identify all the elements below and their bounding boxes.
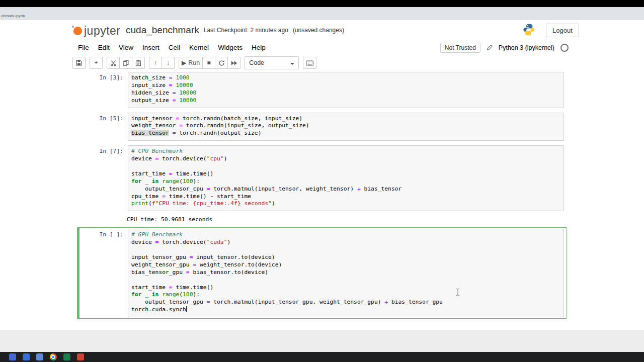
taskbar-app-1-icon[interactable] — [9, 353, 16, 360]
code-line: # GPU Benchmark — [131, 231, 561, 239]
code-line: bias_tensor_gpu = bias_tensor.to(device) — [131, 269, 561, 277]
code-line: output_size = 10000 — [131, 97, 561, 105]
menubar-right: Not Trusted Python 3 (ipykernel) — [440, 40, 569, 55]
taskbar-app-3-icon[interactable] — [36, 353, 43, 360]
scissors-icon — [110, 60, 117, 66]
code-line: for _ in range(100): — [131, 178, 561, 186]
fast-forward-icon — [231, 60, 237, 66]
code-line: # CPU Benchmark — [131, 148, 561, 155]
taskbar — [0, 352, 644, 362]
browser-tab-strip: chmark.ipynb — [0, 7, 644, 21]
code-line: batch_size = 1000 — [131, 74, 561, 82]
trust-status-button[interactable]: Not Trusted — [440, 43, 480, 53]
code-line — [131, 163, 561, 170]
code-line: weight_tensor_gpu = weight_tensor.to(dev… — [131, 261, 561, 269]
taskbar-app-6-icon[interactable] — [77, 353, 84, 360]
pencil-icon[interactable] — [487, 45, 493, 51]
input-prompt: In [ ]: — [80, 229, 128, 317]
insert-cell-button[interactable]: + — [90, 57, 103, 69]
code-line: print(f"CPU time: {cpu_time:.4f} seconds… — [131, 200, 561, 208]
move-cell-down-button[interactable]: ↓ — [162, 57, 175, 69]
browser-tab-title: chmark.ipynb — [1, 14, 25, 18]
run-button[interactable]: ▶Run — [179, 57, 203, 69]
menu-view[interactable]: View — [114, 44, 138, 51]
menu-bar: FileEditViewInsertCellKernelWidgetsHelp … — [0, 40, 644, 55]
cell-input-row: In [ ]:# GPU Benchmarkdevice = torch.dev… — [80, 229, 564, 317]
code-line: weight_tensor = torch.randn(input_size, … — [131, 122, 561, 130]
copy-icon — [123, 60, 129, 66]
plus-icon: + — [94, 60, 98, 66]
notebook-title[interactable]: cuda_benchmark — [126, 25, 199, 36]
notebook-area: In [3]:batch_size = 1000input_size = 100… — [0, 70, 644, 330]
output-text: CPU time: 50.9681 seconds — [123, 214, 212, 224]
menu-help[interactable]: Help — [247, 44, 270, 51]
unsaved-changes-indicator: (unsaved changes) — [293, 27, 344, 34]
checkpoint-status: Last Checkpoint: 2 minutes ago — [204, 27, 288, 34]
code-editor[interactable]: # GPU Benchmarkdevice = torch.device("cu… — [128, 229, 564, 317]
code-editor[interactable]: batch_size = 1000input_size = 10000hidde… — [128, 72, 564, 108]
output-prompt — [80, 214, 123, 224]
taskbar-chrome-browser-icon[interactable] — [50, 353, 57, 360]
menu-insert[interactable]: Insert — [138, 44, 164, 51]
code-line: input_tensor_gpu = input_tensor.to(devic… — [131, 254, 561, 261]
interrupt-kernel-button[interactable]: ■ — [202, 57, 215, 69]
taskbar-app-2-icon[interactable] — [23, 353, 30, 360]
menu-kernel[interactable]: Kernel — [185, 44, 213, 51]
code-line: cpu_time = time.time() - start_time — [131, 193, 561, 201]
toolbar-button-group: ↑↓ — [149, 57, 175, 69]
code-line: input_tensor = torch.randn(batch_size, i… — [131, 115, 561, 123]
toolbar-button-group: ▶Run■ — [179, 57, 240, 69]
code-cell[interactable]: In [3]:batch_size = 1000input_size = 100… — [77, 70, 567, 110]
code-line: input_size = 10000 — [131, 82, 561, 89]
toolbar-button-group — [72, 57, 86, 69]
menu-widgets[interactable]: Widgets — [213, 44, 247, 51]
code-line: torch.cuda.synch — [131, 306, 561, 314]
code-editor[interactable]: input_tensor = torch.randn(batch_size, i… — [128, 113, 564, 141]
mouse-text-cursor — [455, 288, 460, 296]
paste-cells-button[interactable] — [132, 57, 145, 69]
code-line — [131, 246, 561, 254]
restart-kernel-button[interactable] — [215, 57, 228, 69]
code-cell[interactable]: In [7]:# CPU Benchmarkdevice = torch.dev… — [77, 144, 567, 226]
text-caret — [186, 306, 187, 312]
toolbar-button-group: + — [90, 57, 103, 69]
keyboard-icon — [306, 60, 313, 66]
code-cell[interactable]: In [5]:input_tensor = torch.randn(batch_… — [77, 111, 567, 143]
menu-cell[interactable]: Cell — [164, 44, 185, 51]
copy-cells-button[interactable] — [119, 57, 132, 69]
code-line: output_tensor_cpu = torch.matmul(input_t… — [131, 186, 561, 193]
cell-input-row: In [5]:input_tensor = torch.randn(batch_… — [80, 113, 564, 141]
taskbar-app-5-icon[interactable] — [63, 353, 70, 360]
kernel-idle-icon — [560, 44, 569, 52]
input-prompt: In [7]: — [80, 145, 128, 211]
menu-edit[interactable]: Edit — [94, 44, 114, 51]
command-palette-button[interactable] — [303, 57, 316, 69]
jupyter-logo[interactable]: jupyter — [73, 24, 121, 38]
move-cell-up-button[interactable]: ↑ — [149, 57, 162, 69]
code-line: bias_tensor = torch.randn(output_size) — [131, 130, 561, 137]
logout-button[interactable]: Logout — [546, 24, 579, 37]
cell-input-row: In [7]:# CPU Benchmarkdevice = torch.dev… — [80, 145, 564, 211]
notebook-cells: In [3]:batch_size = 1000input_size = 100… — [77, 70, 567, 319]
code-line: start_time = time.time() — [131, 284, 561, 292]
code-line — [131, 277, 561, 284]
restart-run-all-button[interactable] — [227, 57, 240, 69]
code-cell[interactable]: In [ ]:# GPU Benchmarkdevice = torch.dev… — [77, 227, 567, 319]
top-black-bar — [0, 0, 644, 7]
cut-cells-button[interactable] — [107, 57, 120, 69]
save-button[interactable] — [72, 57, 86, 69]
code-editor[interactable]: # CPU Benchmarkdevice = torch.device("cp… — [128, 145, 564, 211]
input-prompt: In [5]: — [80, 113, 128, 141]
code-line: output_tensor_gpu = torch.matmul(input_t… — [131, 299, 561, 306]
code-line: for _ in range(100): — [131, 291, 561, 299]
toolbar-groups: +↑↓▶Run■Code — [72, 56, 316, 69]
run-button-label: Run — [188, 59, 200, 66]
code-line: device = torch.device("cuda") — [131, 239, 561, 246]
cell-type-select[interactable]: Code — [245, 56, 299, 69]
code-line: start_time = time.time() — [131, 170, 561, 178]
menu-file[interactable]: File — [73, 44, 94, 51]
cell-type-label: Code — [249, 59, 264, 66]
menu-items: FileEditViewInsertCellKernelWidgetsHelp — [73, 40, 270, 55]
play-icon: ▶ — [182, 60, 186, 66]
cell-output: CPU time: 50.9681 seconds — [80, 214, 564, 224]
